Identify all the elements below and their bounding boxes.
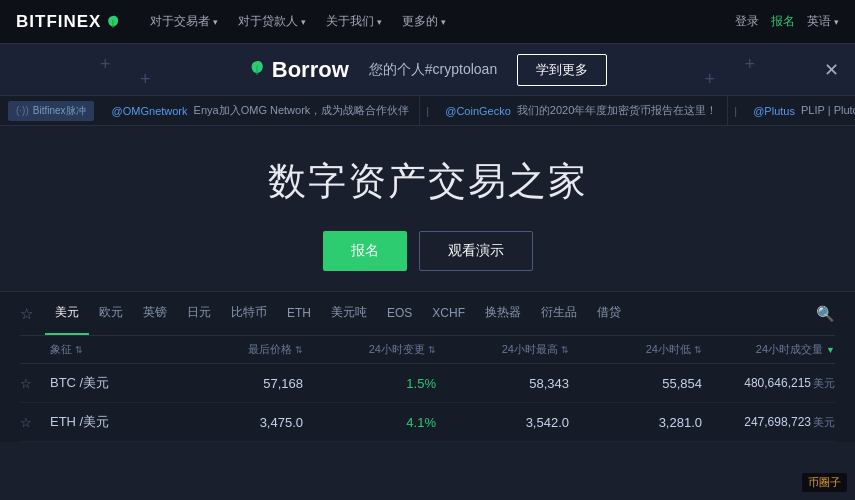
banner-logo: Borrow [248, 57, 349, 83]
signup-nav-button[interactable]: 报名 [771, 13, 795, 30]
row-high-col: 58,343 [436, 376, 569, 391]
favorites-star-icon[interactable]: ☆ [20, 305, 33, 323]
price-change: 4.1% [406, 415, 436, 430]
header-symbol-col: 象征 ⇅ [50, 342, 170, 357]
daily-volume: 480,646,215 [744, 376, 811, 391]
tab-eos[interactable]: EOS [377, 294, 422, 334]
language-selector[interactable]: 英语 ▾ [807, 13, 839, 30]
tab-xchf[interactable]: XCHF [422, 294, 475, 334]
row-low-col: 3,281.0 [569, 415, 702, 430]
sort-active-icon[interactable]: ▼ [826, 345, 835, 355]
hero-buttons: 报名 观看演示 [323, 231, 533, 271]
market-search-icon[interactable]: 🔍 [816, 305, 835, 323]
hero-signup-button[interactable]: 报名 [323, 231, 407, 271]
row-pair-col: ETH /美元 [50, 413, 170, 431]
chevron-down-icon: ▾ [834, 17, 839, 27]
logo-area: BITFINEX [16, 12, 122, 32]
banner-borrow-label: Borrow [272, 57, 349, 83]
tab-btc[interactable]: 比特币 [221, 292, 277, 335]
header-price-col: 最后价格 ⇅ [170, 342, 303, 357]
daily-high: 3,542.0 [526, 415, 569, 430]
tab-eur[interactable]: 欧元 [89, 292, 133, 335]
header-low-col: 24小时低 ⇅ [569, 342, 702, 357]
nav-about[interactable]: 关于我们 ▾ [318, 9, 390, 34]
price-change: 1.5% [406, 376, 436, 391]
row-favorite-star-icon[interactable]: ☆ [20, 415, 32, 430]
tab-eth[interactable]: ETH [277, 294, 321, 334]
banner-tagline: 您的个人#cryptoloan [369, 61, 497, 79]
row-pair-col: BTC /美元 [50, 374, 170, 392]
logo-text: BITFINEX [16, 12, 101, 32]
daily-low: 3,281.0 [659, 415, 702, 430]
nav-right: 登录 报名 英语 ▾ [735, 13, 839, 30]
login-button[interactable]: 登录 [735, 13, 759, 30]
tab-derivatives[interactable]: 衍生品 [531, 292, 587, 335]
ticker-handle-2: @CoinGecko [445, 105, 511, 117]
row-price-col: 3,475.0 [170, 415, 303, 430]
sort-icon[interactable]: ⇅ [694, 345, 702, 355]
table-row: ☆ BTC /美元 57,168 1.5% 58,343 55,854 480,… [20, 364, 835, 403]
chevron-down-icon: ▾ [441, 17, 446, 27]
table-header: 象征 ⇅ 最后价格 ⇅ 24小时变更 ⇅ 24小时最高 ⇅ 24小时低 ⇅ 24… [20, 336, 835, 364]
banner-close-button[interactable]: ✕ [824, 59, 839, 81]
banner-cta-button[interactable]: 学到更多 [517, 54, 607, 86]
trading-pair[interactable]: BTC /美元 [50, 375, 109, 390]
volume-currency: 美元 [813, 376, 835, 391]
market-table: 象征 ⇅ 最后价格 ⇅ 24小时变更 ⇅ 24小时最高 ⇅ 24小时低 ⇅ 24… [20, 336, 835, 442]
nav-traders[interactable]: 对于交易者 ▾ [142, 9, 226, 34]
header-star-col [20, 342, 50, 357]
banner-leaf-icon [248, 59, 266, 81]
hero-title: 数字资产交易之家 [268, 156, 588, 207]
row-volume-col: 480,646,215 美元 [702, 376, 835, 391]
wifi-icon: (·)) [16, 105, 29, 116]
row-star-col: ☆ [20, 415, 50, 430]
last-price: 3,475.0 [260, 415, 303, 430]
market-section: ☆ 美元 欧元 英镑 日元 比特币 ETH 美元吨 EOS XCHF 换热器 衍… [0, 291, 855, 442]
ticker-handle-1: @OMGnetwork [112, 105, 188, 117]
row-high-col: 3,542.0 [436, 415, 569, 430]
hero-demo-button[interactable]: 观看演示 [419, 231, 533, 271]
ticker-badge: (·)) Bitfinex脉冲 [8, 101, 94, 121]
ticker-item-3: @Plutus PLIP | Pluton流动 [743, 96, 855, 125]
header-volume-col: 24小时成交量 ▼ [702, 342, 835, 357]
row-volume-col: 247,698,723 美元 [702, 415, 835, 430]
sort-icon[interactable]: ⇅ [428, 345, 436, 355]
tab-jpy[interactable]: 日元 [177, 292, 221, 335]
ticker-handle-3: @Plutus [753, 105, 795, 117]
daily-low: 55,854 [662, 376, 702, 391]
ticker-item-1: @OMGnetwork Enya加入OMG Network，成为战略合作伙伴 [102, 96, 421, 125]
last-price: 57,168 [263, 376, 303, 391]
sort-icon[interactable]: ⇅ [561, 345, 569, 355]
nav-lenders[interactable]: 对于贷款人 ▾ [230, 9, 314, 34]
table-row: ☆ ETH /美元 3,475.0 4.1% 3,542.0 3,281.0 2… [20, 403, 835, 442]
trading-pair[interactable]: ETH /美元 [50, 414, 109, 429]
header-change-col: 24小时变更 ⇅ [303, 342, 436, 357]
decorative-plus-4: + [704, 69, 715, 90]
news-ticker: (·)) Bitfinex脉冲 @OMGnetwork Enya加入OMG Ne… [0, 96, 855, 126]
daily-volume: 247,698,723 [744, 415, 811, 430]
logo-leaf-icon [104, 13, 122, 31]
daily-high: 58,343 [529, 376, 569, 391]
chevron-down-icon: ▾ [377, 17, 382, 27]
row-favorite-star-icon[interactable]: ☆ [20, 376, 32, 391]
nav-links: 对于交易者 ▾ 对于贷款人 ▾ 关于我们 ▾ 更多的 ▾ [142, 9, 735, 34]
nav-more[interactable]: 更多的 ▾ [394, 9, 454, 34]
hero-section: 数字资产交易之家 报名 观看演示 [0, 126, 855, 291]
tab-gbp[interactable]: 英镑 [133, 292, 177, 335]
row-low-col: 55,854 [569, 376, 702, 391]
sort-icon[interactable]: ⇅ [75, 345, 83, 355]
ticker-item-2: @CoinGecko 我们的2020年年度加密货币报告在这里！ [435, 96, 728, 125]
row-star-col: ☆ [20, 376, 50, 391]
tab-usd[interactable]: 美元 [45, 292, 89, 335]
tab-exchange[interactable]: 换热器 [475, 292, 531, 335]
market-tabs: ☆ 美元 欧元 英镑 日元 比特币 ETH 美元吨 EOS XCHF 换热器 衍… [20, 292, 835, 336]
promo-banner: + + + + Borrow 您的个人#cryptoloan 学到更多 ✕ [0, 44, 855, 96]
decorative-plus-2: + [140, 69, 151, 90]
sort-icon[interactable]: ⇅ [295, 345, 303, 355]
watermark: 币圈子 [802, 473, 847, 492]
decorative-plus-3: + [744, 54, 755, 75]
volume-currency: 美元 [813, 415, 835, 430]
tab-usdt[interactable]: 美元吨 [321, 292, 377, 335]
header-high-col: 24小时最高 ⇅ [436, 342, 569, 357]
tab-lending[interactable]: 借贷 [587, 292, 631, 335]
